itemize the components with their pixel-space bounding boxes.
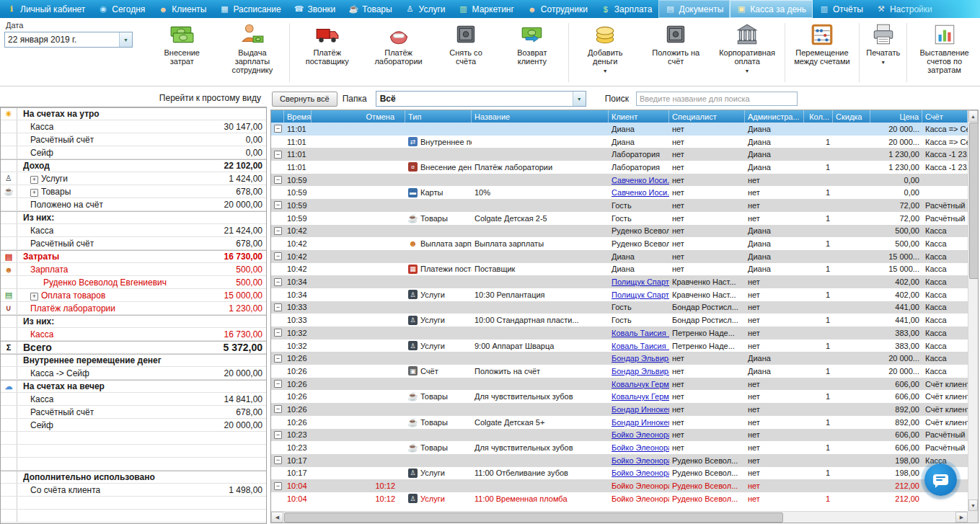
- client-link[interactable]: Бондар Иннокен...: [612, 418, 669, 427]
- client-link[interactable]: Коваль Таисия ...: [612, 329, 669, 337]
- table-row[interactable]: −11:01ДиананетДиана20 000...Касса => Се.…: [271, 123, 968, 136]
- pay-supplier-button[interactable]: Платёж поставщику: [292, 20, 362, 85]
- dropdown-arrow-icon[interactable]: ▼: [880, 58, 886, 67]
- tab-marketing[interactable]: ▥Маркетинг: [452, 0, 521, 18]
- expand-icon[interactable]: +: [30, 189, 38, 197]
- table-row[interactable]: −10:32Коваль Таисия ...Петренко Наде...н…: [271, 327, 968, 339]
- client-link[interactable]: Савченко Иоси...: [612, 176, 669, 185]
- tab-salary[interactable]: $Зарплата: [594, 0, 659, 18]
- scroll-down-arrow-icon[interactable]: ▼: [968, 499, 978, 511]
- row-expander[interactable]: −: [271, 378, 284, 391]
- table-row[interactable]: 10:42☻Выплата зарпла...Выплата зарплатыР…: [271, 237, 968, 250]
- column-header-2[interactable]: Тип: [405, 110, 472, 123]
- corporate-payment-button[interactable]: Корпоративная оплата▼: [712, 20, 782, 85]
- collapse-icon[interactable]: −: [274, 303, 282, 311]
- invoices-by-expenses-button[interactable]: Выставление счетов по затратам: [909, 20, 979, 85]
- table-row[interactable]: 10:26▣СчётПоложить на счётБондар Эльвира…: [271, 365, 968, 378]
- vertical-scroll-thumb[interactable]: [969, 123, 979, 279]
- row-expander[interactable]: −: [271, 429, 284, 442]
- withdraw-account-button[interactable]: Снять со счёта: [435, 20, 497, 85]
- date-dropdown-arrow-icon[interactable]: ▼: [119, 32, 132, 47]
- table-row[interactable]: −10:34Полищук Спарта...Кравченко Наст...…: [271, 275, 968, 288]
- collapse-icon[interactable]: −: [274, 252, 282, 260]
- expand-icon[interactable]: +: [30, 176, 38, 184]
- column-header-6[interactable]: Администра...: [745, 110, 804, 123]
- add-expense-button[interactable]: Внесение затрат: [148, 20, 216, 85]
- row-expander[interactable]: −: [271, 327, 284, 339]
- move-between-accounts-button[interactable]: Перемещение между счетами: [787, 20, 857, 85]
- row-expander[interactable]: −: [271, 454, 284, 467]
- collapse-icon[interactable]: −: [274, 405, 282, 413]
- table-row[interactable]: 10:17♙Услуги11:00 Отбеливание зубовБойко…: [271, 467, 968, 480]
- table-row[interactable]: 10:42▦Платежи постав...ПоставщикДиананет…: [271, 263, 968, 276]
- row-expander[interactable]: −: [271, 301, 284, 314]
- client-link[interactable]: Бойко Элеонора...: [612, 430, 669, 439]
- table-row[interactable]: −10:42ДиананетДиана15 000...Касса: [271, 250, 968, 263]
- scroll-up-arrow-icon[interactable]: ▲: [968, 110, 978, 122]
- table-row[interactable]: 10:32♙Услуги9:00 Аппарат ШварцаКоваль Та…: [271, 339, 968, 352]
- column-header-5[interactable]: Специалист: [669, 110, 745, 123]
- table-row[interactable]: 10:23☕ТоварыДля чувствительных зубовБойк…: [271, 441, 968, 454]
- column-header-0[interactable]: Время: [284, 110, 312, 123]
- client-link[interactable]: Ковальчук Герм...: [612, 392, 669, 401]
- column-header-1[interactable]: Отмена: [312, 110, 405, 123]
- tab-personal-cabinet[interactable]: ℹЛичный кабинет: [0, 0, 92, 18]
- row-expander[interactable]: −: [271, 403, 284, 416]
- client-link[interactable]: Полищук Спарта...: [612, 277, 669, 286]
- table-row[interactable]: 10:26☕ТоварыДля чувствительных зубовКова…: [271, 390, 968, 403]
- table-row[interactable]: −10:59Гостьнетнет72,00Расчётный ...: [271, 199, 968, 212]
- vertical-scrollbar[interactable]: ▲ ▼: [968, 110, 978, 511]
- column-header-7[interactable]: Кол...: [804, 110, 833, 123]
- column-header-4[interactable]: Клиент: [609, 110, 669, 123]
- table-row[interactable]: −10:0410:12Бойко Элеонора...Руденко Всев…: [271, 479, 968, 492]
- collapse-icon[interactable]: −: [274, 456, 282, 464]
- client-link[interactable]: Бойко Элеонора...: [612, 469, 669, 477]
- column-header-8[interactable]: Скидка: [833, 110, 870, 123]
- collapse-icon[interactable]: −: [274, 380, 282, 388]
- collapse-icon[interactable]: −: [274, 329, 282, 337]
- table-row[interactable]: 11:01¤Внесение денег ...Платёж лаборатор…: [271, 161, 968, 174]
- tab-clients[interactable]: ☻Клиенты: [151, 0, 213, 18]
- table-row[interactable]: −10:26Ковальчук Герм...нетнет606,00Счёт …: [271, 378, 968, 391]
- table-row[interactable]: −10:26Бондар Эльвира...нетДиана20 000...…: [271, 352, 968, 365]
- pay-lab-button[interactable]: Платёж лаборатории: [363, 20, 433, 85]
- folder-select[interactable]: Всё ▼: [376, 91, 586, 107]
- collapse-icon[interactable]: −: [274, 482, 282, 490]
- folder-dropdown-arrow-icon[interactable]: ▼: [573, 92, 586, 106]
- scroll-left-arrow-icon[interactable]: ◀: [271, 512, 283, 523]
- row-expander[interactable]: −: [271, 250, 284, 263]
- horizontal-scrollbar[interactable]: ◀ ▶: [271, 511, 968, 523]
- table-row[interactable]: −10:59Савченко Иоси...нетнет0,00: [271, 174, 968, 187]
- tab-staff[interactable]: ☻Сотрудники: [521, 0, 594, 18]
- row-expander[interactable]: −: [271, 225, 284, 238]
- tab-documents[interactable]: ▤Документы: [658, 0, 730, 18]
- collapse-icon[interactable]: −: [274, 278, 282, 286]
- horizontal-scroll-thumb[interactable]: [284, 512, 783, 523]
- table-row[interactable]: −11:01ЛабораториянетДиана1 230,00Касса -…: [271, 148, 968, 161]
- tab-goods[interactable]: ☕Товары: [342, 0, 398, 18]
- client-link[interactable]: Бондар Эльвира...: [612, 354, 669, 363]
- tab-schedule[interactable]: ▦Расписание: [213, 0, 287, 18]
- client-link[interactable]: Бондар Эльвира...: [612, 367, 669, 376]
- row-expander[interactable]: −: [271, 275, 284, 288]
- tab-reports[interactable]: ▥Отчёты: [813, 0, 870, 18]
- table-row[interactable]: 10:59▬Карты10%Савченко Иоси...нетнет10,0…: [271, 186, 968, 199]
- expand-icon[interactable]: +: [30, 293, 38, 301]
- tab-today[interactable]: ◉Сегодня: [92, 0, 151, 18]
- collapse-icon[interactable]: −: [274, 125, 282, 133]
- tab-cash-day[interactable]: ▣Касса за день: [730, 0, 813, 18]
- table-row[interactable]: 11:01⇄Внутреннее пер...ДиананетДиана120 …: [271, 136, 968, 148]
- refund-client-button[interactable]: Возврат клиенту: [498, 20, 566, 85]
- row-expander[interactable]: −: [271, 479, 284, 492]
- table-row[interactable]: −10:42Руденко Всевол...нетДиана500,00Кас…: [271, 225, 968, 238]
- scroll-right-arrow-icon[interactable]: ▶: [955, 512, 968, 523]
- pay-salary-button[interactable]: Выдача зарплаты сотруднику: [217, 20, 287, 85]
- client-link[interactable]: Полищук Спарта...: [612, 290, 669, 299]
- table-row[interactable]: 10:33♙Услуги10:00 Стандартная пласти...Г…: [271, 314, 968, 327]
- client-link[interactable]: Савченко Иоси...: [612, 188, 669, 197]
- tab-services[interactable]: ♙Услуги: [399, 0, 452, 18]
- dropdown-arrow-icon[interactable]: ▼: [745, 67, 750, 76]
- column-header-10[interactable]: Счёт: [922, 110, 968, 123]
- client-link[interactable]: Ковальчук Герм...: [612, 380, 669, 388]
- table-row[interactable]: −10:17Бойко Элеонора...Руденко Всевол...…: [271, 454, 968, 467]
